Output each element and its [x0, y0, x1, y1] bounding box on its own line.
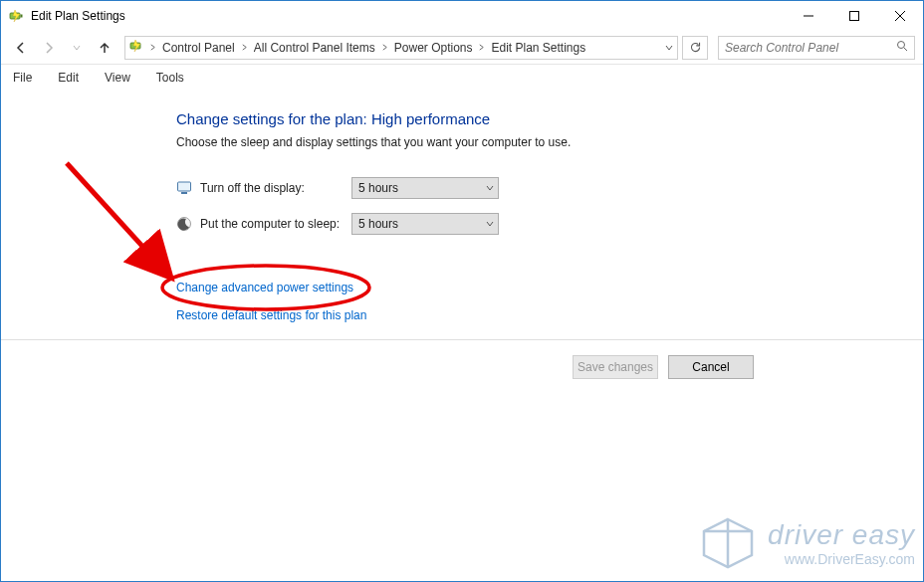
moon-icon: [176, 216, 192, 232]
breadcrumb-seg[interactable]: Power Options: [392, 41, 475, 55]
titlebar: Edit Plan Settings: [1, 1, 923, 31]
save-button: Save changes: [573, 355, 658, 379]
address-dropdown-button[interactable]: [665, 44, 673, 52]
svg-rect-10: [181, 192, 187, 194]
menu-tools[interactable]: Tools: [152, 69, 188, 87]
display-timeout-label: Turn off the display:: [200, 181, 351, 195]
chevron-right-icon[interactable]: [381, 44, 388, 51]
watermark: driver easy www.DriverEasy.com: [698, 513, 915, 573]
power-options-icon: [129, 38, 145, 57]
search-box[interactable]: [718, 36, 915, 60]
back-button[interactable]: [9, 36, 33, 60]
footer: Save changes Cancel: [1, 339, 923, 393]
watermark-line1: driver easy: [768, 519, 915, 551]
chevron-down-icon: [486, 217, 494, 231]
search-input[interactable]: [725, 41, 896, 55]
window-title: Edit Plan Settings: [31, 9, 125, 23]
svg-line-8: [904, 48, 907, 51]
recent-locations-button[interactable]: [65, 36, 89, 60]
display-timeout-row: Turn off the display: 5 hours: [176, 177, 923, 199]
watermark-logo-icon: [698, 513, 758, 573]
watermark-line2: www.DriverEasy.com: [768, 551, 915, 567]
chevron-down-icon: [486, 181, 494, 195]
menu-edit[interactable]: Edit: [54, 69, 83, 87]
restore-defaults-link[interactable]: Restore default settings for this plan: [176, 308, 366, 322]
display-timeout-select[interactable]: 5 hours: [351, 177, 499, 199]
cancel-button[interactable]: Cancel: [668, 355, 754, 379]
minimize-button[interactable]: [786, 1, 831, 31]
change-advanced-link[interactable]: Change advanced power settings: [176, 281, 353, 294]
sleep-timeout-select[interactable]: 5 hours: [351, 213, 499, 235]
content-pane: Change settings for the plan: High perfo…: [1, 91, 923, 336]
menu-bar: File Edit View Tools: [1, 65, 923, 91]
svg-rect-1: [21, 15, 23, 18]
link-block: Change advanced power settings Restore d…: [176, 281, 923, 336]
search-icon[interactable]: [896, 40, 908, 55]
power-options-icon: [9, 8, 25, 24]
page-subheading: Choose the sleep and display settings th…: [176, 135, 923, 149]
sleep-timeout-value: 5 hours: [358, 217, 398, 231]
breadcrumb-seg[interactable]: Edit Plan Settings: [489, 41, 587, 55]
refresh-button[interactable]: [682, 36, 708, 60]
chevron-right-icon[interactable]: [241, 44, 248, 51]
sleep-timeout-row: Put the computer to sleep: 5 hours: [176, 213, 923, 235]
close-button[interactable]: [877, 1, 923, 31]
display-timeout-value: 5 hours: [358, 181, 398, 195]
chevron-right-icon[interactable]: [149, 44, 156, 51]
maximize-button[interactable]: [831, 1, 877, 31]
chevron-right-icon[interactable]: [478, 44, 485, 51]
svg-rect-9: [178, 182, 191, 191]
page-heading: Change settings for the plan: High perfo…: [176, 110, 923, 127]
menu-view[interactable]: View: [101, 69, 134, 87]
svg-rect-3: [850, 12, 859, 21]
sleep-timeout-label: Put the computer to sleep:: [200, 217, 351, 231]
forward-button[interactable]: [37, 36, 61, 60]
breadcrumb-seg[interactable]: All Control Panel Items: [252, 41, 377, 55]
address-bar[interactable]: Control Panel All Control Panel Items Po…: [124, 36, 678, 60]
navbar: Control Panel All Control Panel Items Po…: [1, 31, 923, 65]
window-controls: [786, 1, 923, 31]
monitor-icon: [176, 180, 192, 196]
svg-point-7: [898, 42, 905, 49]
up-button[interactable]: [93, 36, 116, 60]
menu-file[interactable]: File: [9, 69, 36, 87]
breadcrumb-seg[interactable]: Control Panel: [160, 41, 237, 55]
